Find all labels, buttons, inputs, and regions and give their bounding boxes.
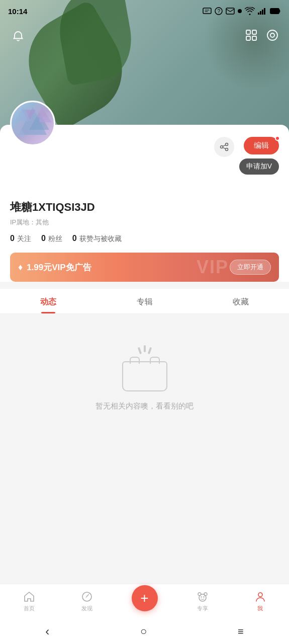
bell-icon — [12, 30, 24, 42]
svg-rect-10 — [246, 30, 250, 34]
message-icon — [203, 8, 212, 15]
svg-rect-3 — [226, 8, 234, 14]
likes-stat[interactable]: 0 获赞与被收藏 — [72, 234, 122, 244]
top-nav — [0, 22, 289, 50]
svg-point-15 — [270, 33, 274, 37]
svg-point-21 — [225, 143, 228, 146]
bell-button[interactable] — [10, 28, 26, 44]
settings-icon — [266, 29, 279, 42]
wifi-icon — [245, 7, 255, 15]
svg-rect-12 — [246, 36, 250, 40]
svg-rect-5 — [260, 11, 261, 15]
grid-button[interactable] — [245, 29, 258, 44]
home-button[interactable]: ○ — [140, 625, 147, 638]
share-icon — [220, 142, 229, 151]
tab-activity[interactable]: 动态 — [0, 289, 97, 313]
recent-button[interactable]: ≡ — [238, 626, 244, 637]
followers-stat[interactable]: 0 粉丝 — [41, 234, 62, 244]
svg-point-23 — [225, 148, 228, 151]
tabs: 动态 专辑 收藏 — [0, 289, 289, 314]
avatar-wrap[interactable] — [10, 101, 55, 146]
empty-state: 暂无相关内容噢，看看别的吧 — [0, 316, 289, 507]
question-icon: ? — [215, 7, 223, 15]
svg-point-14 — [267, 30, 277, 40]
grid-icon — [245, 29, 258, 42]
nav-discover[interactable]: 发现 — [58, 591, 116, 612]
status-icons: ? — [203, 7, 281, 15]
ip-location: IP属地：其他 — [10, 218, 279, 227]
vip-text: 1.99元VIP免广告 — [27, 262, 91, 273]
tray-body — [122, 361, 167, 391]
svg-rect-0 — [203, 8, 211, 14]
svg-text:?: ? — [218, 9, 221, 14]
username: 堆糖1XTIQSI3JD — [10, 200, 279, 215]
status-bar: 10:14 ? — [0, 0, 289, 22]
svg-point-31 — [201, 596, 202, 597]
svg-rect-9 — [271, 9, 276, 13]
vip-banner-left: ♦ 1.99元VIP免广告 — [18, 262, 91, 273]
vip-banner[interactable]: ♦ 1.99元VIP免广告 立即开通 — [10, 253, 279, 282]
following-num: 0 — [10, 234, 15, 243]
settings-button[interactable] — [266, 29, 279, 44]
svg-marker-27 — [85, 593, 89, 598]
battery-icon — [270, 8, 281, 14]
svg-point-32 — [203, 596, 204, 597]
vip-activate-button[interactable]: 立即开通 — [230, 260, 271, 275]
nav-exclusive-label: 专享 — [197, 605, 208, 612]
svg-rect-13 — [252, 36, 256, 40]
edit-notification-dot — [275, 136, 280, 141]
apply-v-button[interactable]: 申请加V — [239, 158, 279, 175]
nav-discover-label: 发现 — [81, 605, 92, 612]
sparkle-dot-1 — [137, 347, 142, 355]
svg-point-33 — [258, 593, 262, 597]
svg-marker-20 — [39, 107, 52, 122]
followers-num: 0 — [41, 234, 46, 243]
tab-album[interactable]: 专辑 — [97, 289, 193, 313]
svg-rect-11 — [252, 30, 256, 34]
nav-exclusive[interactable]: 专享 — [173, 591, 231, 612]
status-time: 10:14 — [8, 7, 27, 16]
nav-home[interactable]: 首页 — [0, 591, 58, 612]
followers-label: 粉丝 — [48, 234, 62, 244]
svg-point-22 — [220, 146, 223, 148]
avatar — [10, 101, 55, 146]
signal-icon — [258, 8, 267, 15]
nav-home-label: 首页 — [24, 605, 35, 612]
likes-num: 0 — [72, 234, 77, 243]
compass-icon — [81, 591, 93, 603]
avatar-pattern — [12, 102, 54, 144]
sparkle — [139, 347, 151, 354]
stats-row: 0 关注 0 粉丝 0 获赞与被收藏 — [10, 234, 279, 244]
nav-center[interactable]: + — [116, 585, 173, 618]
nav-right — [245, 29, 279, 44]
sys-nav: ‹ ○ ≡ — [0, 619, 289, 644]
following-stat[interactable]: 0 关注 — [10, 234, 31, 244]
bottom-nav: 首页 发现 + 专享 我 — [0, 584, 289, 619]
svg-line-25 — [223, 147, 226, 149]
svg-line-24 — [223, 145, 226, 146]
home-icon — [23, 591, 35, 603]
back-button[interactable]: ‹ — [45, 624, 49, 638]
bear-icon — [196, 591, 209, 603]
person-icon — [254, 591, 266, 603]
tab-collection[interactable]: 收藏 — [192, 289, 289, 313]
empty-text: 暂无相关内容噢，看看别的吧 — [95, 401, 194, 411]
status-dot — [238, 9, 242, 13]
svg-rect-6 — [262, 10, 263, 15]
following-label: 关注 — [17, 234, 31, 244]
nav-me[interactable]: 我 — [231, 591, 289, 612]
edit-button[interactable]: 编辑 — [244, 137, 279, 154]
email-icon — [226, 8, 235, 15]
empty-icon — [120, 346, 170, 391]
sparkle-dot-2 — [144, 345, 146, 352]
svg-rect-7 — [264, 8, 265, 15]
diamond-icon: ♦ — [18, 262, 23, 273]
nav-add-button[interactable]: + — [132, 585, 158, 611]
nav-me-label: 我 — [257, 605, 263, 612]
likes-label: 获赞与被收藏 — [79, 234, 122, 244]
share-button[interactable] — [214, 137, 234, 157]
sparkle-dot-3 — [147, 347, 152, 355]
profile-card: 编辑 申请加V 堆糖1XTIQSI3JD IP属地：其他 0 关注 0 粉丝 0… — [0, 125, 289, 282]
plus-icon: + — [140, 591, 148, 605]
svg-rect-4 — [258, 13, 259, 15]
